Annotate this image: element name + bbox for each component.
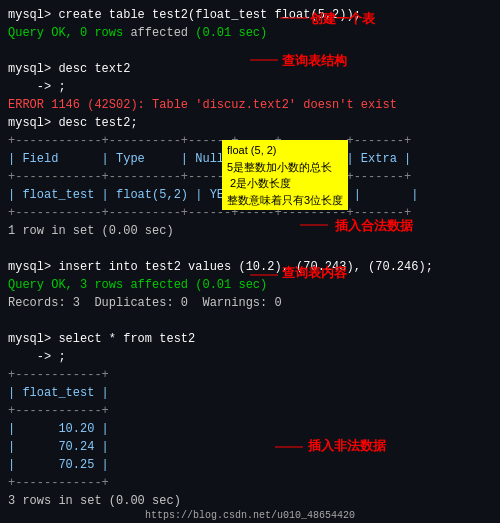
line-6: ERROR 1146 (42S02): Table 'discuz.text2'… — [8, 96, 492, 114]
float-desc3: 整数意味着只有3位长度 — [227, 192, 343, 209]
line-24: | 10.20 | — [8, 420, 492, 438]
annotation-desc-table: 查询表结构 — [282, 52, 347, 70]
line-28: 3 rows in set (0.00 sec) — [8, 492, 492, 510]
annotation-insert-valid: 插入合法数据 — [335, 217, 413, 235]
line-23: +------------+ — [8, 402, 492, 420]
annotation-select: 查询表内容 — [282, 264, 347, 282]
line-27: +------------+ — [8, 474, 492, 492]
line-21: +------------+ — [8, 366, 492, 384]
watermark: https://blog.csdn.net/u010_48654420 — [145, 510, 355, 521]
line-7: mysql> desc test2; — [8, 114, 492, 132]
line-4: mysql> desc text2 — [8, 60, 492, 78]
line-19: mysql> select * from test2 — [8, 330, 492, 348]
line-13: 1 row in set (0.00 sec) — [8, 222, 492, 240]
line-15: mysql> insert into test2 values (10.2), … — [8, 258, 492, 276]
line-20: -> ; — [8, 348, 492, 366]
line-18 — [8, 312, 492, 330]
float-desc1: 5是整数加小数的总长 — [227, 159, 343, 176]
float-title: float (5, 2) — [227, 142, 343, 159]
line-14 — [8, 240, 492, 258]
annotation-create-table: 创建一个表 — [310, 10, 375, 28]
line-25: | 70.24 | — [8, 438, 492, 456]
line-16: Query OK, 3 rows affected (0.01 sec) — [8, 276, 492, 294]
line-3 — [8, 42, 492, 60]
line-22: | float_test | — [8, 384, 492, 402]
line-17: Records: 3 Duplicates: 0 Warnings: 0 — [8, 294, 492, 312]
line-2: Query OK, 0 rows affected (0.01 sec) — [8, 24, 492, 42]
line-26: | 70.25 | — [8, 456, 492, 474]
float-desc2: 2是小数长度 — [227, 175, 343, 192]
line-5: -> ; — [8, 78, 492, 96]
terminal: mysql> create table test2(float_test flo… — [0, 0, 500, 523]
float-explanation-box: float (5, 2) 5是整数加小数的总长 2是小数长度 整数意味着只有3位… — [222, 140, 348, 210]
annotation-insert-invalid: 插入非法数据 — [308, 437, 386, 455]
line-1: mysql> create table test2(float_test flo… — [8, 6, 492, 24]
